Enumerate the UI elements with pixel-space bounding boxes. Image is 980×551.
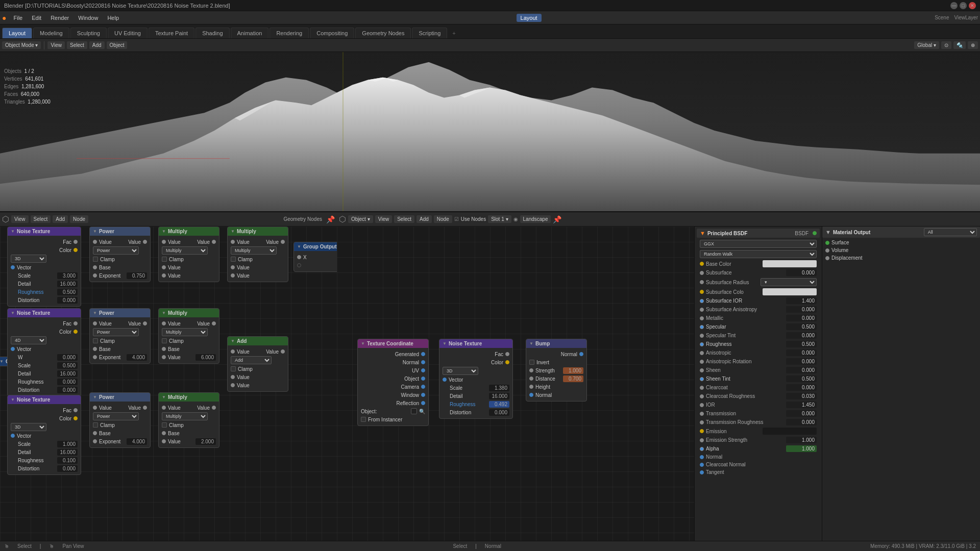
power1-base-in[interactable] (93, 265, 97, 269)
minimize-button[interactable]: — (950, 2, 958, 9)
landscape-btn[interactable]: Landscape (520, 215, 551, 223)
multiply3-in[interactable] (162, 406, 166, 410)
noise-small-node[interactable]: ▼ Noise Texture Fac Color 3D (439, 339, 513, 419)
add-clamp[interactable] (231, 366, 236, 371)
ss-aniso-socket[interactable] (700, 308, 704, 312)
menu-render[interactable]: Render (46, 14, 73, 22)
sheen-socket[interactable] (700, 368, 704, 372)
multiply3-type[interactable]: Multiply (162, 412, 208, 420)
subsurface-radius-socket[interactable] (700, 280, 704, 284)
add-in[interactable] (231, 349, 235, 354)
multiply1-node[interactable]: ▼ Multiply Value Value Multiply (158, 227, 219, 282)
power1-exp-in[interactable] (93, 273, 97, 278)
power3-clamp[interactable] (93, 422, 98, 428)
multiply1-type[interactable]: Multiply (162, 246, 208, 255)
multop-v2[interactable] (231, 273, 235, 278)
power1-clamp[interactable] (93, 257, 98, 262)
multiply-top-node[interactable]: ▼ Multiply Value Value Multiply (227, 227, 288, 282)
viewport-mode-selector[interactable]: Object Mode ▾ (2, 41, 41, 49)
menu-edit[interactable]: Edit (28, 14, 45, 22)
trans-roughness-socket[interactable] (700, 420, 704, 424)
add-workspace-button[interactable]: + (448, 28, 459, 38)
base-color-socket[interactable] (700, 262, 704, 266)
multop-in[interactable] (231, 240, 235, 244)
tab-geometry-nodes[interactable]: Geometry Nodes (355, 28, 411, 38)
power2-in[interactable] (93, 321, 97, 325)
bump-invert[interactable] (529, 360, 534, 365)
emission-color-bar[interactable] (763, 428, 817, 435)
principled-header[interactable]: ▼ Principled BSDF BSDF (697, 229, 820, 238)
power3-in[interactable] (93, 406, 97, 410)
menu-window[interactable]: Window (74, 14, 102, 22)
noise2-vector-in[interactable] (11, 347, 15, 351)
noise2-dimension[interactable]: 4D (11, 336, 46, 344)
window-controls[interactable]: — □ ✕ (950, 2, 976, 9)
material-output-target[interactable]: All (924, 228, 977, 236)
multiply2-in[interactable] (162, 321, 166, 325)
shader-view-btn[interactable]: View (375, 215, 393, 223)
metallic-socket[interactable] (700, 316, 704, 320)
viewport-select-menu[interactable]: Select (67, 41, 87, 49)
specular-tint-socket[interactable] (700, 334, 704, 338)
multop-type[interactable]: Multiply (231, 246, 277, 255)
power1-in[interactable] (93, 240, 97, 244)
power2-node[interactable]: ▼ Power Value Value Power (89, 308, 151, 364)
cc-roughness-socket[interactable] (700, 394, 704, 398)
power3-base-in[interactable] (93, 431, 97, 435)
tab-shading[interactable]: Shading (195, 28, 229, 38)
multiply1-v2[interactable] (162, 273, 166, 278)
add-node[interactable]: ▼ Add Value Value Add (227, 336, 288, 392)
multiply2-val[interactable] (162, 355, 166, 359)
power3-exp-in[interactable] (93, 439, 97, 443)
menu-file[interactable]: File (9, 14, 27, 22)
bsdf-output-socket[interactable] (813, 231, 817, 235)
power2-out[interactable] (143, 321, 147, 325)
viewport-add-menu[interactable]: Add (89, 41, 105, 49)
bump-height-in[interactable] (529, 385, 533, 389)
bump-normal-in[interactable] (529, 393, 533, 397)
bump-node[interactable]: ▼ Bump Normal Invert Strength (526, 339, 587, 402)
emission-socket[interactable] (700, 429, 704, 433)
subsurface-socket[interactable] (700, 271, 704, 275)
multiply2-clamp[interactable] (162, 338, 167, 343)
noise-texture-3-node[interactable]: ▼ Noise Texture Fac Color 3D (7, 395, 81, 475)
cc-normal-socket[interactable] (700, 463, 704, 467)
geometry-node-canvas[interactable]: ▼ Group Input ▼ Noise Texture Fac (0, 227, 337, 541)
power2-type[interactable]: Power (93, 328, 139, 336)
viewport-snap[interactable]: 🔩 (953, 41, 966, 49)
ns-dimension[interactable]: 3D (443, 367, 478, 375)
noise-texture-1-node[interactable]: ▼ Noise Texture Fac Color 3D (7, 227, 81, 307)
noise2-color-socket[interactable] (74, 330, 78, 334)
aniso-rotation-socket[interactable] (700, 360, 704, 364)
multop-clamp[interactable] (231, 257, 236, 262)
noise1-color-socket[interactable] (74, 248, 78, 252)
power1-type[interactable]: Power (93, 246, 139, 255)
alpha-socket[interactable] (700, 447, 704, 451)
mo-volume-socket[interactable] (825, 248, 829, 253)
add-type[interactable]: Add (231, 356, 272, 364)
tab-uv-editing[interactable]: UV Editing (108, 28, 148, 38)
multiply2-out[interactable] (212, 321, 216, 325)
node-node-menu[interactable]: Node (70, 215, 88, 223)
anisotropic-socket[interactable] (700, 351, 704, 355)
tab-modeling[interactable]: Modeling (33, 28, 69, 38)
power1-node[interactable]: ▼ Power Value Value Power (89, 227, 151, 282)
power3-node[interactable]: ▼ Power Value Value Power (89, 392, 151, 448)
ss-ior-socket[interactable] (700, 299, 704, 303)
tc-reflection-out[interactable] (421, 401, 425, 405)
viewport-pivot[interactable]: ⊙ (941, 41, 951, 49)
node-select-menu[interactable]: Select (31, 215, 51, 223)
multop-v1[interactable] (231, 265, 235, 269)
shader-add-btn[interactable]: Add (416, 215, 432, 223)
tab-compositing[interactable]: Compositing (310, 28, 354, 38)
tangent-socket[interactable] (700, 470, 704, 474)
noise1-vector-in[interactable] (11, 265, 15, 269)
clearcoat-socket[interactable] (700, 386, 704, 390)
multiply3-out[interactable] (212, 406, 216, 410)
viewport-global[interactable]: Global ▾ (914, 41, 939, 49)
mo-displacement-socket[interactable] (825, 256, 829, 260)
power3-type[interactable]: Power (93, 412, 139, 420)
multop-out[interactable] (281, 240, 285, 244)
power1-out[interactable] (143, 240, 147, 244)
distribution-select[interactable]: GGX (700, 240, 817, 248)
